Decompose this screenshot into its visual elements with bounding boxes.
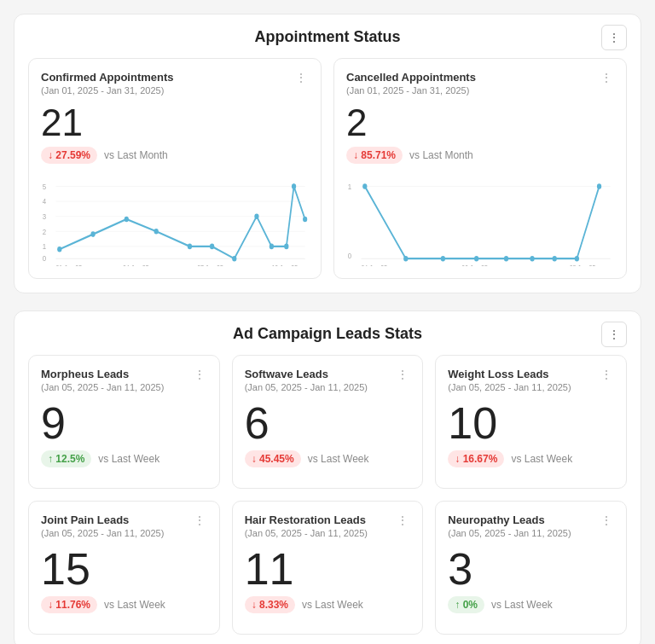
cancelled-card-value: 2 (346, 104, 614, 142)
confirmed-vs-text: vs Last Month (104, 149, 168, 161)
leads-card-date-2: (Jan 05, 2025 - Jan 11, 2025) (448, 382, 571, 392)
leads-card-title-0: Morpheus Leads (41, 368, 164, 380)
leads-card-badge-5: ↑ 0% (448, 596, 484, 613)
leads-card-header-2: Weight Loss Leads (Jan 05, 2025 - Jan 11… (448, 368, 614, 392)
leads-card-kebab-0[interactable]: ⋮ (192, 368, 207, 381)
confirmed-card-header: Confirmed Appointments (Jan 01, 2025 - J… (41, 71, 309, 96)
leads-card-value-2: 10 (448, 401, 614, 445)
cancelled-card-header: Cancelled Appointments (Jan 01, 2025 - J… (346, 71, 614, 96)
cancelled-card-kebab[interactable]: ⋮ (599, 71, 614, 84)
leads-card-title-5: Neuropathy Leads (448, 513, 571, 526)
leads-stat-row-4: ↓ 8.33% vs Last Week (245, 596, 411, 613)
cancelled-card-title: Cancelled Appointments (346, 71, 476, 84)
leads-card-badge-0: ↑ 12.5% (41, 450, 91, 467)
svg-text:2: 2 (43, 227, 46, 236)
kebab-icon: ⋮ (600, 71, 612, 84)
leads-card-kebab-3[interactable]: ⋮ (192, 513, 207, 527)
leads-card-badge-3: ↓ 11.76% (41, 596, 97, 613)
leads-card-header-4: Hair Restoration Leads (Jan 05, 2025 - J… (245, 513, 411, 538)
leads-cards-container: Morpheus Leads (Jan 05, 2025 - Jan 11, 2… (28, 355, 627, 635)
svg-point-18 (232, 256, 236, 262)
svg-point-32 (362, 183, 367, 189)
svg-text:10 Jan 25: 10 Jan 25 (271, 264, 298, 266)
svg-text:3: 3 (43, 212, 46, 221)
svg-point-21 (284, 244, 288, 250)
svg-point-20 (270, 244, 274, 250)
leads-section-header: Ad Campaign Leads Stats ⋮ (28, 325, 627, 343)
confirmed-card-kebab[interactable]: ⋮ (293, 71, 309, 84)
leads-card-2: Weight Loss Leads (Jan 05, 2025 - Jan 11… (435, 355, 627, 489)
svg-point-33 (403, 256, 408, 262)
leads-card-date-1: (Jan 05, 2025 - Jan 11, 2025) (245, 382, 368, 392)
leads-card-badge-2: ↓ 16.67% (448, 450, 504, 467)
confirmed-badge: ↓ 27.59% (41, 147, 97, 164)
leads-section-title: Ad Campaign Leads Stats (28, 325, 627, 343)
svg-point-15 (154, 229, 159, 235)
svg-text:1: 1 (348, 182, 351, 191)
leads-section-kebab[interactable]: ⋮ (601, 322, 627, 347)
svg-text:5: 5 (43, 182, 46, 191)
leads-card-title-1: Softwave Leads (245, 368, 368, 380)
leads-card-1: Softwave Leads (Jan 05, 2025 - Jan 11, 2… (232, 355, 424, 489)
svg-text:0: 0 (43, 254, 46, 264)
appointment-section-kebab[interactable]: ⋮ (601, 25, 627, 50)
svg-text:06 Jan 25: 06 Jan 25 (461, 264, 488, 266)
cancelled-stat-row: ↓ 85.71% vs Last Month (346, 147, 614, 164)
leads-card-vs-2: vs Last Week (511, 453, 572, 465)
confirmed-stat-row: ↓ 27.59% vs Last Month (41, 147, 309, 164)
leads-card-kebab-5[interactable]: ⋮ (599, 513, 614, 527)
svg-point-19 (254, 213, 258, 219)
appointment-section-header: Appointment Status ⋮ (28, 28, 627, 46)
svg-point-23 (303, 217, 307, 223)
leads-stat-row-3: ↓ 11.76% vs Last Week (41, 596, 207, 613)
svg-point-38 (553, 256, 557, 262)
leads-card-3: Joint Pain Leads (Jan 05, 2025 - Jan 11,… (28, 501, 220, 635)
leads-stats-section: Ad Campaign Leads Stats ⋮ Morpheus Leads… (14, 310, 641, 644)
leads-card-vs-1: vs Last Week (308, 453, 369, 465)
leads-card-vs-3: vs Last Week (104, 599, 165, 611)
svg-point-16 (188, 244, 192, 250)
confirmed-card-value: 21 (41, 104, 309, 142)
leads-stat-row-5: ↑ 0% vs Last Week (448, 596, 614, 613)
leads-card-title-4: Hair Restoration Leads (245, 513, 368, 526)
leads-card-value-3: 15 (41, 547, 207, 591)
svg-point-40 (597, 183, 601, 189)
cancelled-appointments-card: Cancelled Appointments (Jan 01, 2025 - J… (333, 58, 627, 279)
svg-text:01 Jan 25: 01 Jan 25 (55, 264, 82, 266)
kebab-icon: ⋮ (608, 31, 620, 44)
cancelled-card-date: (Jan 01, 2025 - Jan 31, 2025) (346, 85, 476, 96)
leads-card-header-0: Morpheus Leads (Jan 05, 2025 - Jan 11, 2… (41, 368, 207, 392)
svg-text:1: 1 (43, 241, 46, 251)
svg-text:07 Jan 25: 07 Jan 25 (197, 264, 223, 266)
leads-card-header-5: Neuropathy Leads (Jan 05, 2025 - Jan 11,… (448, 513, 614, 538)
leads-card-kebab-1[interactable]: ⋮ (395, 368, 410, 381)
leads-card-badge-1: ↓ 45.45% (245, 450, 301, 467)
leads-card-value-4: 11 (245, 547, 411, 591)
leads-card-value-1: 6 (245, 401, 411, 445)
confirmed-card-title: Confirmed Appointments (41, 71, 174, 84)
appointment-status-section: Appointment Status ⋮ Confirmed Appointme… (14, 14, 641, 293)
svg-text:4: 4 (43, 197, 46, 206)
svg-point-22 (292, 183, 296, 189)
confirmed-card-date: (Jan 01, 2025 - Jan 31, 2025) (41, 85, 174, 96)
svg-text:04 Jan 25: 04 Jan 25 (361, 264, 387, 266)
leads-card-0: Morpheus Leads (Jan 05, 2025 - Jan 11, 2… (28, 355, 220, 489)
svg-point-37 (530, 256, 534, 262)
leads-card-vs-0: vs Last Week (98, 453, 159, 465)
svg-point-34 (441, 256, 445, 262)
cancelled-vs-text: vs Last Month (409, 149, 473, 161)
svg-text:0: 0 (348, 251, 351, 260)
confirmed-appointments-card: Confirmed Appointments (Jan 01, 2025 - J… (28, 58, 322, 279)
leads-card-header-3: Joint Pain Leads (Jan 05, 2025 - Jan 11,… (41, 513, 207, 538)
leads-card-vs-5: vs Last Week (491, 599, 553, 611)
svg-point-14 (125, 217, 129, 223)
cancelled-badge: ↓ 85.71% (346, 147, 403, 164)
svg-point-36 (504, 256, 508, 262)
leads-card-date-3: (Jan 05, 2025 - Jan 11, 2025) (41, 528, 164, 538)
kebab-icon: ⋮ (608, 328, 620, 341)
leads-card-kebab-4[interactable]: ⋮ (395, 513, 410, 527)
svg-point-12 (57, 247, 61, 252)
leads-card-kebab-2[interactable]: ⋮ (599, 368, 614, 381)
leads-card-date-0: (Jan 05, 2025 - Jan 11, 2025) (41, 382, 164, 392)
leads-card-5: Neuropathy Leads (Jan 05, 2025 - Jan 11,… (435, 501, 627, 635)
